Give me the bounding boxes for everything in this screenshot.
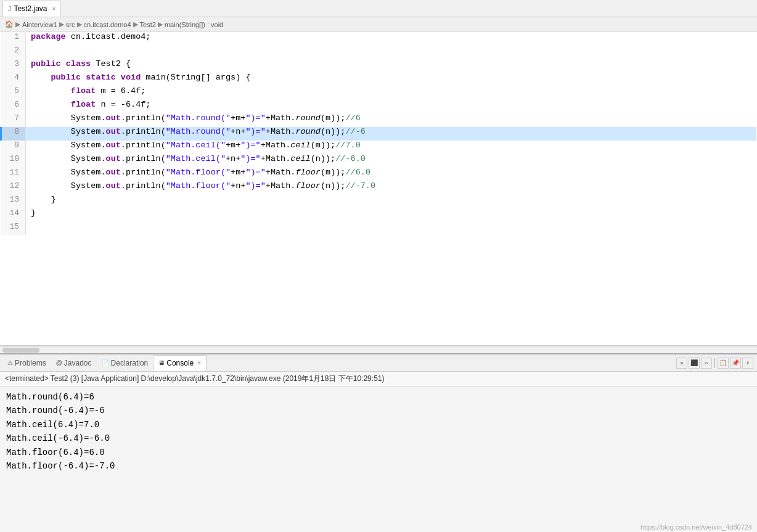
java-file-icon: J xyxy=(8,5,12,12)
code-line-5[interactable]: 5 float m = 6.4f; xyxy=(1,86,756,100)
code-content-7: System.out.println("Math.round("+m+")="+… xyxy=(26,113,756,127)
code-content-3: public class Test2 { xyxy=(26,59,756,73)
declaration-icon: 📄 xyxy=(102,359,109,366)
code-line-2[interactable]: 2 xyxy=(1,46,756,59)
code-line-1[interactable]: 1package cn.itcast.demo4; xyxy=(1,32,756,46)
watermark: https://blog.csdn.net/weixin_4d80724 xyxy=(640,523,752,531)
console-line: Math.round(-6.4)=-6 xyxy=(6,404,751,417)
horizontal-scrollbar[interactable] xyxy=(0,346,757,353)
line-number-7: 7 xyxy=(1,113,26,127)
console-toolbar: ✕ ⬛ ✂ 📋 📌 ⬆ xyxy=(676,358,757,369)
line-number-3: 3 xyxy=(1,59,26,73)
code-content-5: float m = 6.4f; xyxy=(26,86,756,100)
code-content-15 xyxy=(26,222,756,235)
code-content-14: } xyxy=(26,208,756,222)
cut-button[interactable]: ✂ xyxy=(701,358,712,369)
console-output: Math.round(6.4)=6Math.round(-6.4)=-6Math… xyxy=(0,387,757,532)
breadcrumb: 🏠 ▶ Ainterview1 ▶ src ▶ cn.itcast.demo4 … xyxy=(0,17,757,32)
stop-button[interactable]: ✕ xyxy=(676,358,687,369)
console-line: Math.floor(6.4)=6.0 xyxy=(6,446,751,459)
separator xyxy=(714,358,715,368)
code-line-4[interactable]: 4 public static void main(String[] args)… xyxy=(1,73,756,86)
code-line-7[interactable]: 7 System.out.println("Math.round("+m+")=… xyxy=(1,113,756,127)
code-line-11[interactable]: 11 System.out.println("Math.floor("+m+")… xyxy=(1,168,756,181)
code-content-10: System.out.println("Math.ceil("+n+")="+M… xyxy=(26,154,756,168)
console-line: Math.ceil(-6.4)=-6.0 xyxy=(6,432,751,445)
tab-problems[interactable]: ⚠ Problems xyxy=(2,355,51,371)
tab-label: Test2.java xyxy=(14,4,47,13)
tab-console-close[interactable]: × xyxy=(197,359,201,366)
line-number-11: 11 xyxy=(1,168,26,181)
tab-console-label: Console xyxy=(166,359,194,367)
editor-area[interactable]: 1package cn.itcast.demo4;23public class … xyxy=(0,32,757,346)
breadcrumb-class[interactable]: Test2 xyxy=(140,21,156,28)
javadoc-icon: @ xyxy=(56,359,62,366)
code-line-8[interactable]: 8 System.out.println("Math.round("+n+")=… xyxy=(1,127,756,141)
pin-button[interactable]: 📌 xyxy=(730,358,741,369)
tab-close-button[interactable]: × xyxy=(52,6,56,12)
code-content-13: } xyxy=(26,195,756,208)
breadcrumb-package[interactable]: cn.itcast.demo4 xyxy=(84,21,131,28)
breadcrumb-src[interactable]: src xyxy=(66,21,75,28)
code-content-1: package cn.itcast.demo4; xyxy=(26,32,756,46)
line-number-4: 4 xyxy=(1,73,26,86)
console-header-text: <terminated> Test2 (3) [Java Application… xyxy=(5,374,384,383)
code-content-2 xyxy=(26,46,756,59)
line-number-9: 9 xyxy=(1,141,26,154)
copy-button[interactable]: 📋 xyxy=(718,358,729,369)
scroll-lock-button[interactable]: ⬆ xyxy=(742,358,753,369)
line-number-1: 1 xyxy=(1,32,26,46)
remove-button[interactable]: ⬛ xyxy=(689,358,700,369)
console-line: Math.floor(-6.4)=-7.0 xyxy=(6,459,751,473)
code-line-12[interactable]: 12 System.out.println("Math.floor("+n+")… xyxy=(1,181,756,195)
scrollbar-thumb[interactable] xyxy=(2,348,39,353)
tab-javadoc-label: Javadoc xyxy=(64,359,92,367)
line-number-6: 6 xyxy=(1,100,26,113)
problems-icon: ⚠ xyxy=(7,359,13,366)
breadcrumb-icon: 🏠 xyxy=(5,20,14,28)
console-line: Math.ceil(6.4)=7.0 xyxy=(6,418,751,432)
tab-test2[interactable]: J Test2.java × xyxy=(2,1,61,17)
code-line-15[interactable]: 15 xyxy=(1,222,756,235)
breadcrumb-ainterview[interactable]: Ainterview1 xyxy=(22,21,57,28)
code-line-3[interactable]: 3public class Test2 { xyxy=(1,59,756,73)
tab-console[interactable]: 🖥 Console × xyxy=(153,355,207,371)
line-number-10: 10 xyxy=(1,154,26,168)
code-table: 1package cn.itcast.demo4;23public class … xyxy=(0,32,757,235)
line-number-13: 13 xyxy=(1,195,26,208)
code-content-6: float n = -6.4f; xyxy=(26,100,756,113)
code-content-4: public static void main(String[] args) { xyxy=(26,73,756,86)
code-content-12: System.out.println("Math.floor("+n+")="+… xyxy=(26,181,756,195)
code-line-13[interactable]: 13 } xyxy=(1,195,756,208)
code-content-8: System.out.println("Math.round("+n+")="+… xyxy=(26,127,756,141)
code-line-6[interactable]: 6 float n = -6.4f; xyxy=(1,100,756,113)
line-number-5: 5 xyxy=(1,86,26,100)
tab-declaration-label: Declaration xyxy=(111,359,149,367)
code-line-9[interactable]: 9 System.out.println("Math.ceil("+m+")="… xyxy=(1,141,756,154)
breadcrumb-method[interactable]: main(String[]) : void xyxy=(165,21,223,28)
tab-javadoc[interactable]: @ Javadoc xyxy=(51,355,97,371)
line-number-2: 2 xyxy=(1,46,26,59)
tab-problems-label: Problems xyxy=(15,359,46,367)
code-line-14[interactable]: 14} xyxy=(1,208,756,222)
line-number-14: 14 xyxy=(1,208,26,222)
console-line: Math.round(6.4)=6 xyxy=(6,390,751,404)
bottom-panel: ⚠ Problems @ Javadoc 📄 Declaration 🖥 Con… xyxy=(0,353,757,532)
code-content-9: System.out.println("Math.ceil("+m+")="+M… xyxy=(26,141,756,154)
line-number-15: 15 xyxy=(1,222,26,235)
tab-declaration[interactable]: 📄 Declaration xyxy=(97,355,153,371)
tab-bar: J Test2.java × xyxy=(0,0,757,17)
code-content-11: System.out.println("Math.floor("+m+")="+… xyxy=(26,168,756,181)
line-number-8: 8 xyxy=(1,127,26,141)
console-header: <terminated> Test2 (3) [Java Application… xyxy=(0,372,757,387)
code-line-10[interactable]: 10 System.out.println("Math.ceil("+n+")=… xyxy=(1,154,756,168)
console-icon: 🖥 xyxy=(158,359,165,366)
line-number-12: 12 xyxy=(1,181,26,195)
bottom-tab-bar: ⚠ Problems @ Javadoc 📄 Declaration 🖥 Con… xyxy=(0,354,757,372)
